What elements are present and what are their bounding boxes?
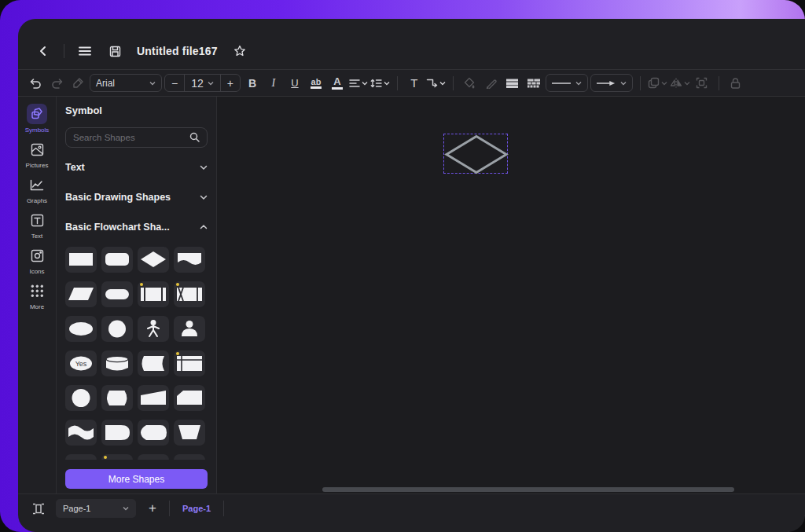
rail-item-more[interactable]: More — [20, 281, 54, 310]
shape-grid: Yes — [65, 247, 208, 460]
crop-button[interactable] — [693, 74, 711, 93]
ellipse-icon — [67, 319, 95, 339]
shape-user[interactable] — [174, 316, 205, 342]
shape-parallelogram[interactable] — [65, 281, 97, 307]
undo-button[interactable] — [26, 74, 45, 93]
divider — [397, 76, 398, 90]
text-align-button[interactable] — [349, 74, 368, 93]
line-spacing-button[interactable] — [370, 74, 390, 93]
shape-loop-limit[interactable] — [174, 281, 205, 307]
font-size-select[interactable]: 12 — [184, 75, 220, 91]
shape-clipped-3[interactable] — [138, 454, 169, 460]
more-shapes-button[interactable]: More Shapes — [65, 469, 208, 489]
page-select[interactable]: Page-1 — [56, 499, 136, 518]
font-size-decrease-button[interactable]: − — [165, 75, 184, 91]
shape-manual-input[interactable] — [174, 420, 205, 446]
shape-internal-storage[interactable] — [174, 350, 205, 376]
shape-clipped-1[interactable] — [65, 454, 97, 460]
divider — [640, 76, 641, 90]
rail-item-label: Text — [31, 233, 43, 240]
shape-process[interactable] — [65, 247, 97, 273]
shape-manual-operation[interactable] — [138, 385, 169, 411]
arrange-button[interactable] — [648, 74, 667, 93]
shape-decision[interactable] — [138, 247, 169, 273]
line-type-select[interactable] — [546, 74, 588, 92]
shape-direct-access-storage[interactable] — [101, 385, 133, 411]
canvas[interactable] — [217, 97, 805, 493]
shape-clipped-4[interactable] — [174, 454, 205, 460]
line-style-button[interactable] — [524, 74, 543, 93]
shape-card[interactable] — [174, 385, 205, 411]
screen: Untitled file167 Arial — [0, 0, 805, 532]
line-sample-icon — [552, 82, 571, 85]
shape-document[interactable] — [174, 247, 205, 273]
section-basic-drawing-shapes[interactable]: Basic Drawing Shapes — [65, 182, 208, 212]
rail-item-symbols[interactable]: Symbols — [20, 104, 54, 134]
icons-icon — [27, 245, 47, 266]
chevron-up-icon — [200, 224, 208, 230]
shape-predefined-process[interactable] — [138, 281, 169, 307]
italic-button[interactable]: I — [264, 74, 283, 93]
add-page-button[interactable]: + — [144, 500, 161, 517]
search-input[interactable] — [73, 133, 185, 142]
shape-ellipse[interactable] — [65, 316, 97, 342]
lock-button[interactable] — [726, 74, 745, 93]
back-button[interactable] — [34, 42, 53, 61]
favorite-button[interactable] — [230, 42, 249, 61]
document-icon — [175, 250, 204, 270]
connector-button[interactable] — [426, 74, 446, 93]
document-title: Untitled file167 — [137, 45, 218, 57]
decision-diamond-shape[interactable] — [444, 134, 509, 174]
app-window: Untitled file167 Arial — [18, 19, 805, 532]
shape-actor[interactable] — [138, 316, 169, 342]
bold-button[interactable]: B — [243, 74, 262, 93]
divider — [453, 76, 454, 90]
shape-stored-data[interactable] — [138, 350, 169, 376]
shape-selection-box[interactable] — [443, 134, 508, 174]
clipped-1-icon — [67, 457, 95, 460]
shape-yes-ellipse[interactable]: Yes — [65, 350, 97, 376]
rail-item-icons[interactable]: Icons — [20, 245, 54, 275]
font-family-select[interactable]: Arial — [90, 74, 162, 92]
shape-delay[interactable] — [101, 420, 133, 446]
redo-button[interactable] — [47, 74, 66, 93]
rail-item-graphs[interactable]: Graphs — [20, 174, 54, 204]
shape-terminator[interactable] — [101, 281, 133, 307]
pages-overview-button[interactable] — [29, 499, 48, 518]
section-text[interactable]: Text — [65, 152, 208, 182]
fill-color-button[interactable] — [461, 74, 480, 93]
format-painter-button[interactable] — [68, 74, 87, 93]
rail-item-pictures[interactable]: Pictures — [20, 139, 54, 169]
shape-circle[interactable] — [101, 316, 133, 342]
pen-style-button[interactable] — [482, 74, 501, 93]
chevron-left-icon — [38, 46, 49, 57]
line-weight-button[interactable] — [503, 74, 522, 93]
highlight-color-button[interactable]: ab — [307, 74, 325, 93]
font-color-button[interactable]: A — [328, 74, 347, 93]
clipped-4-icon — [175, 457, 204, 460]
divider — [223, 501, 224, 516]
arrow-type-select[interactable] — [590, 74, 633, 92]
page-tab[interactable]: Page-1 — [178, 504, 215, 513]
star-icon — [233, 45, 246, 57]
shape-rounded-process[interactable] — [101, 247, 133, 273]
shape-display[interactable] — [138, 420, 169, 446]
menu-button[interactable] — [75, 42, 94, 61]
text-tool-button[interactable]: T — [405, 74, 424, 93]
svg-text:Yes: Yes — [75, 360, 87, 368]
shape-paper-tape[interactable] — [65, 420, 97, 446]
underline-button[interactable]: U — [285, 74, 304, 93]
database-icon — [103, 354, 131, 373]
divider — [64, 44, 64, 58]
save-button[interactable] — [105, 42, 124, 61]
search-box[interactable] — [65, 127, 208, 148]
shape-clipped-2[interactable] — [101, 454, 133, 460]
font-size-increase-button[interactable]: + — [220, 75, 240, 91]
rail-item-text[interactable]: Text — [20, 210, 54, 240]
shape-database[interactable] — [101, 350, 133, 376]
shape-circle-2[interactable] — [65, 385, 97, 411]
section-basic-flowchart-sha[interactable]: Basic Flowchart Sha... — [65, 212, 208, 242]
horizontal-scrollbar[interactable] — [322, 487, 734, 492]
divider — [719, 76, 719, 90]
flip-button[interactable] — [670, 74, 690, 93]
